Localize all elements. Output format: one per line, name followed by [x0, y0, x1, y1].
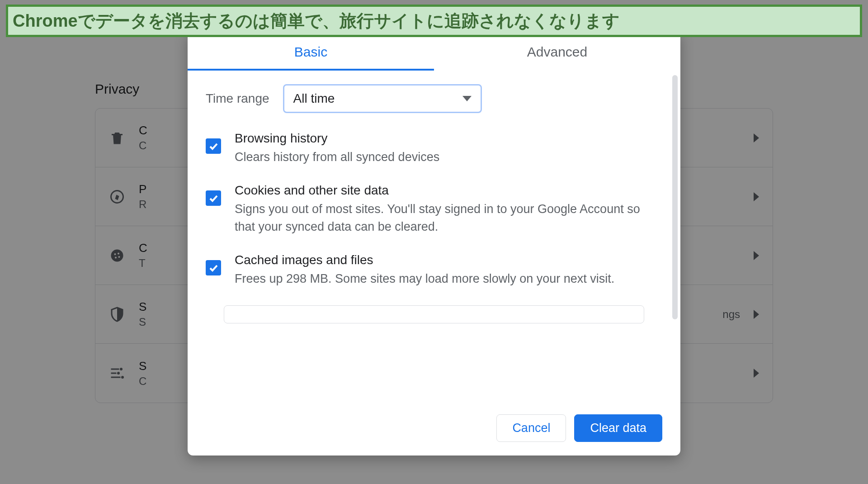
tab-advanced[interactable]: Advanced	[434, 32, 680, 71]
option-cookies: Cookies and other site data Signs you ou…	[206, 183, 662, 236]
cancel-button[interactable]: Cancel	[496, 414, 566, 442]
time-range-label: Time range	[206, 91, 269, 106]
option-browsing-history: Browsing history Clears history from all…	[206, 131, 662, 166]
dialog-footer: Cancel Clear data	[188, 405, 680, 456]
scrollbar[interactable]	[672, 75, 678, 319]
check-icon	[208, 193, 219, 204]
check-icon	[208, 141, 219, 152]
time-range-value: All time	[293, 91, 335, 106]
clear-data-button[interactable]: Clear data	[574, 414, 662, 442]
time-range-row: Time range All time	[206, 84, 662, 113]
caret-down-icon	[462, 96, 472, 101]
clear-browsing-data-dialog: Basic Advanced Time range All time Brows…	[188, 32, 680, 456]
check-icon	[208, 262, 219, 273]
dialog-body: Time range All time Browsing history Cle…	[188, 71, 680, 405]
checkbox-browsing-history[interactable]	[206, 138, 221, 154]
option-title: Cached images and files	[235, 253, 662, 267]
option-title: Cookies and other site data	[235, 183, 662, 198]
annotation-text: Chromeでデータを消去するのは簡単で、旅行サイトに追跡されなくなります	[13, 9, 620, 33]
annotation-banner: Chromeでデータを消去するのは簡単で、旅行サイトに追跡されなくなります	[6, 5, 862, 37]
option-title: Browsing history	[235, 131, 662, 146]
option-description: Clears history from all synced devices	[235, 148, 662, 166]
tab-basic[interactable]: Basic	[188, 32, 434, 71]
option-description: Frees up 298 MB. Some sites may load mor…	[235, 270, 662, 288]
checkbox-cached[interactable]	[206, 260, 221, 275]
checkbox-cookies[interactable]	[206, 190, 221, 206]
info-box-partial	[224, 305, 644, 323]
time-range-select[interactable]: All time	[283, 84, 482, 113]
option-cached: Cached images and files Frees up 298 MB.…	[206, 253, 662, 288]
option-description: Signs you out of most sites. You'll stay…	[235, 200, 662, 236]
dialog-tabs: Basic Advanced	[188, 32, 680, 71]
